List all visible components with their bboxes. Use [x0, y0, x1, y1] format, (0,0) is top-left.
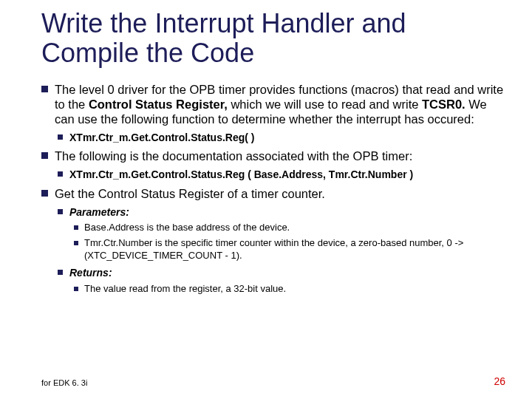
label-parameters: Parameters:: [69, 206, 129, 218]
slide: Write the Interrupt Handler and Compile …: [0, 0, 532, 399]
label-returns: Returns:: [69, 267, 112, 279]
text: The following is the documentation assoc…: [55, 149, 412, 163]
text: Tmr.Ctr.Number is the specific timer cou…: [84, 237, 463, 261]
code-text: XTmr.Ctr_m.Get.Control.Status.Reg( ): [69, 132, 254, 143]
bullet-lvl1: Get the Control Status Register of a tim…: [41, 186, 505, 201]
text: which we will use to read and write: [228, 98, 422, 111]
content-list: The level 0 driver for the OPB timer pro…: [41, 82, 505, 296]
page-number: 26: [494, 375, 505, 387]
text-bold: TCSR0.: [422, 98, 466, 111]
bullet-lvl2: XTmr.Ctr_m.Get.Control.Status.Reg ( Base…: [58, 168, 505, 181]
text: Get the Control Status Register of a tim…: [55, 187, 325, 200]
bullet-lvl1: The following is the documentation assoc…: [41, 149, 505, 163]
bullet-lvl1: The level 0 driver for the OPB timer pro…: [41, 82, 505, 126]
bullet-lvl2: Returns:: [58, 266, 505, 279]
bullet-lvl3: Base.Address is the base address of the …: [74, 222, 505, 234]
bullet-lvl3: Tmr.Ctr.Number is the specific timer cou…: [74, 237, 505, 262]
text: Base.Address is the base address of the …: [84, 222, 290, 233]
text: The value read from the register, a 32-b…: [84, 283, 286, 294]
bullet-lvl2: XTmr.Ctr_m.Get.Control.Status.Reg( ): [58, 131, 505, 144]
text-bold: Control Status Register,: [89, 98, 228, 111]
bullet-lvl2: Parameters:: [58, 205, 505, 219]
bullet-lvl3: The value read from the register, a 32-b…: [74, 283, 505, 296]
footer-left: for EDK 6. 3i: [41, 378, 87, 387]
code-text: XTmr.Ctr_m.Get.Control.Status.Reg ( Base…: [69, 168, 413, 180]
slide-title: Write the Interrupt Handler and Compile …: [41, 9, 505, 69]
